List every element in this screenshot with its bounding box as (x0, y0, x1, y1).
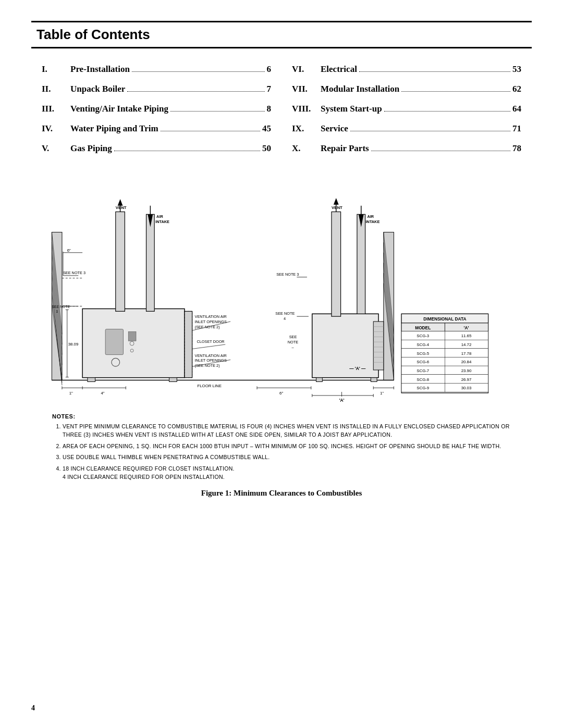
toc-title-5: Gas Piping (70, 143, 112, 154)
toc-roman-1: I. (42, 64, 70, 75)
toc-dots-7 (401, 91, 510, 92)
svg-marker-20 (118, 199, 123, 206)
toc-roman-6: VI. (292, 64, 321, 75)
svg-text:AIR: AIR (156, 214, 163, 219)
svg-text:11.65: 11.65 (461, 334, 472, 338)
toc-roman-7: VII. (292, 84, 321, 94)
svg-rect-11 (88, 378, 95, 382)
svg-text:SCG-3: SCG-3 (417, 334, 430, 338)
toc-roman-9: IX. (292, 124, 321, 134)
toc-entry-3: III. Venting/Air Intake Piping 8 (42, 104, 271, 114)
svg-rect-18 (116, 212, 125, 311)
toc-roman-4: IV. (42, 124, 70, 134)
svg-rect-13 (105, 329, 123, 355)
figure-area: VENT AIR INTAKE SEE NOTE 3 SEE NOTE 1 (31, 184, 532, 498)
toc-roman-10: X. (292, 143, 321, 154)
note-4: 18 INCH CLEARANCE REQUIRED FOR CLOSET IN… (63, 465, 511, 482)
note-2: AREA OF EACH OPENING, 1 SQ. INCH FOR EAC… (63, 442, 511, 451)
svg-text:(SEE NOTE 2): (SEE NOTE 2) (195, 325, 220, 329)
toc-page-7: 62 (512, 84, 521, 94)
note-3: USE DOUBLE WALL THIMBLE WHEN PENETRATING… (63, 453, 511, 462)
page-number: 4 (31, 704, 35, 712)
svg-text:SEE NOTE: SEE NOTE (52, 305, 70, 309)
toc-entry-7: VII. Modular Installation 62 (292, 84, 521, 94)
toc-title-3: Venting/Air Intake Piping (70, 104, 168, 114)
toc-dots-8 (384, 111, 510, 112)
svg-text:4: 4 (284, 316, 286, 321)
figure-caption: Figure 1: Minimum Clearances to Combusti… (36, 489, 527, 498)
toc-entry-4: IV. Water Piping and Trim 45 (42, 124, 271, 134)
toc-page-9: 71 (512, 124, 521, 134)
toc-title-1: Pre-Installation (70, 64, 130, 75)
toc-dots-5 (114, 151, 260, 151)
toc-roman-8: VIII. (292, 104, 321, 114)
svg-rect-71 (371, 378, 377, 382)
svg-text:(SEE NOTE 2): (SEE NOTE 2) (195, 363, 220, 368)
toc-dots-2 (127, 91, 264, 92)
notes-list: VENT PIPE MINIMUM CLEARANCE TO COMBUSTIB… (52, 423, 511, 482)
toc-page-2: 7 (267, 84, 272, 94)
svg-text:'A': 'A' (339, 398, 345, 403)
vent-label-left: VENT (116, 205, 127, 210)
svg-text:1: 1 (56, 310, 58, 313)
toc-page-1: 6 (267, 64, 272, 75)
toc-entry-8: VIII. System Start-up 64 (292, 104, 521, 114)
toc-title-7: Modular Installation (321, 84, 399, 94)
toc-page-10: 78 (512, 143, 521, 154)
svg-text:1": 1" (380, 391, 384, 396)
svg-text:SCG-7: SCG-7 (417, 368, 429, 373)
toc-entry-10: X. Repair Parts 78 (292, 143, 521, 154)
svg-rect-72 (373, 322, 384, 370)
svg-text:MODEL: MODEL (415, 325, 431, 330)
svg-text:VENTILATION AIR: VENTILATION AIR (195, 314, 227, 319)
toc-page-8: 64 (512, 104, 521, 114)
toc-title-6: Electrical (321, 64, 357, 75)
toc-dots-9 (350, 131, 510, 131)
note-1: VENT PIPE MINIMUM CLEARANCE TO COMBUSTIB… (63, 423, 511, 439)
toc-page-5: 50 (262, 143, 271, 154)
figure-svg-container: VENT AIR INTAKE SEE NOTE 3 SEE NOTE 1 (36, 184, 527, 408)
svg-rect-69 (312, 314, 378, 377)
svg-rect-58 (185, 311, 192, 377)
svg-text:SCG-6: SCG-6 (417, 360, 430, 364)
toc-container: I. Pre-Installation 6 II. Unpack Boiler … (31, 64, 532, 163)
page: Table of Contents I. Pre-Installation 6 … (0, 0, 563, 728)
toc-page-4: 45 (262, 124, 271, 134)
svg-text:SEE NOTE 3: SEE NOTE 3 (276, 272, 299, 277)
toc-page-3: 8 (267, 104, 272, 114)
toc-title-4: Water Piping and Trim (70, 124, 158, 134)
svg-line-52 (187, 344, 225, 350)
svg-text:SEE NOTE 3: SEE NOTE 3 (63, 270, 85, 275)
svg-rect-85 (357, 214, 365, 314)
figure-svg: VENT AIR INTAKE SEE NOTE 3 SEE NOTE 1 (36, 184, 527, 408)
svg-text:SCG-9: SCG-9 (417, 386, 429, 390)
svg-text:FLOOR LINE: FLOOR LINE (197, 384, 222, 388)
toc-entry-2: II. Unpack Boiler 7 (42, 84, 271, 94)
svg-text:INTAKE: INTAKE (366, 219, 380, 224)
toc-roman-2: II. (42, 84, 70, 94)
svg-text:INTAKE: INTAKE (155, 219, 169, 224)
svg-text:6": 6" (279, 391, 283, 396)
svg-rect-21 (146, 214, 155, 311)
toc-right-column: VI. Electrical 53 VII. Modular Installat… (292, 64, 521, 163)
svg-text:— 'A' —: — 'A' — (349, 366, 366, 371)
toc-entry-6: VI. Electrical 53 (292, 64, 521, 75)
toc-header: Table of Contents (31, 21, 532, 48)
svg-text:38.09: 38.09 (68, 342, 79, 347)
svg-rect-15 (128, 332, 136, 341)
svg-rect-81 (332, 212, 341, 316)
svg-text:INLET OPENINGS: INLET OPENINGS (195, 319, 227, 324)
toc-dots-4 (161, 131, 260, 131)
svg-text:'A': 'A' (463, 325, 469, 330)
svg-text:14.72: 14.72 (461, 342, 472, 347)
svg-text:SCG-4: SCG-4 (417, 342, 430, 347)
svg-text:SCG-5: SCG-5 (417, 351, 430, 356)
svg-text:20.84: 20.84 (461, 360, 472, 364)
toc-dots-6 (359, 71, 510, 72)
svg-marker-84 (334, 198, 339, 205)
toc-title-2: Unpack Boiler (70, 84, 125, 94)
notes-section: NOTES: VENT PIPE MINIMUM CLEARANCE TO CO… (36, 413, 527, 482)
toc-title-9: Service (321, 124, 348, 134)
svg-text:SCG-8: SCG-8 (417, 377, 430, 382)
toc-page-6: 53 (512, 64, 521, 75)
